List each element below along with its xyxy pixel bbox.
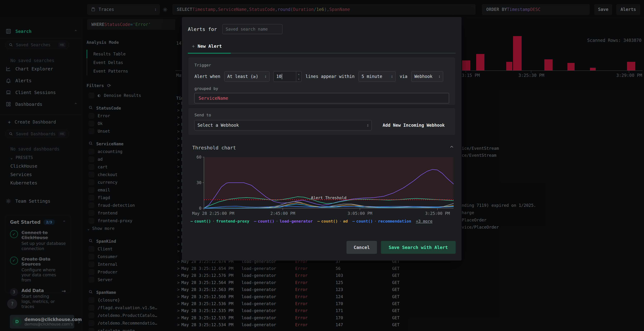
send-to-card: Send to Select a Webhook ▴▾ Add New Inco…: [188, 108, 455, 135]
cancel-button[interactable]: Cancel: [346, 241, 377, 254]
modal-title: Alerts for: [188, 26, 217, 32]
collapse-chart-chevron-icon[interactable]: [449, 145, 454, 150]
legend-swatch: —: [352, 219, 355, 223]
text-cursor: [282, 74, 282, 79]
alert-when-label: Alert when: [194, 74, 220, 79]
webhook-select[interactable]: Select a Webhook ▴▾: [194, 120, 372, 130]
chart-y-tick-label: 0: [199, 206, 202, 211]
legend-item-recommendation[interactable]: —count()·recommendation: [352, 219, 411, 223]
trigger-card: Trigger Alert when At least (≥) ▴▾ 10 ▴▾…: [188, 57, 455, 105]
legend-metric: count(): [258, 219, 274, 223]
threshold-value-input[interactable]: 10 ▴▾: [273, 71, 302, 82]
chart-x-tick-label: 3:05:00 PM: [348, 211, 372, 216]
legend-more-link[interactable]: +3 more: [416, 219, 432, 223]
legend-series-name: load-generator: [280, 219, 313, 223]
legend-swatch: —: [254, 219, 256, 223]
via-label: via: [400, 74, 407, 79]
legend-separator: ·: [276, 219, 278, 223]
legend-item-load-generator[interactable]: —count()·load-generator: [254, 219, 313, 223]
alert-modal: Alerts for Saved search name + New Alert…: [182, 17, 462, 261]
legend-metric: count(): [321, 219, 338, 223]
saved-search-name-input[interactable]: Saved search name: [222, 24, 282, 34]
trigger-section-label: Trigger: [194, 63, 449, 67]
chart-x-tick-label: 2:45:00 PM: [270, 211, 295, 216]
legend-item-frontend-proxy[interactable]: —count()·frontend-proxy: [190, 219, 249, 223]
legend-swatch: —: [317, 219, 320, 223]
app-root: HyperDX Search ⌃ Saved Searches ⌘K No sa…: [0, 0, 644, 331]
legend-swatch: —: [190, 219, 193, 223]
tab-new-alert[interactable]: + New Alert: [192, 43, 222, 49]
add-webhook-button[interactable]: Add New Incoming Webhook: [383, 123, 445, 128]
save-search-with-alert-button[interactable]: Save Search with Alert: [381, 241, 456, 254]
legend-series-name: ad: [343, 219, 348, 223]
number-stepper[interactable]: ▴▾: [296, 71, 302, 81]
lines-within-label: lines appear within: [306, 74, 355, 79]
window-select[interactable]: 5 minute ▴▾: [358, 71, 396, 82]
threshold-chart-title: Threshold chart: [192, 145, 236, 150]
legend-separator: ·: [339, 219, 342, 223]
channel-select[interactable]: Webhook ▴▾: [411, 71, 443, 82]
select-chevrons-icon: ▴▾: [367, 124, 368, 127]
select-chevrons-icon: ▴▾: [265, 75, 266, 78]
tab-underline-active: [188, 53, 231, 53]
legend-metric: count(): [356, 219, 373, 223]
grouped-by-label: grouped by: [194, 86, 449, 91]
select-chevrons-icon: ▴▾: [391, 75, 393, 78]
legend-series-name: recommendation: [378, 219, 411, 223]
chart-x-tick-label: May 28 2:25:00 PM: [192, 211, 234, 216]
threshold-chart: May 28 2:25:00 PM2:45:00 PM3:05:00 PM3:2…: [192, 156, 455, 215]
legend-item-ad[interactable]: —count()·ad: [317, 219, 348, 223]
chart-y-tick-label: 30: [196, 180, 202, 185]
chart-legend: —count()·frontend-proxy—count()·load-gen…: [190, 219, 432, 223]
chart-x-tick-label: 3:25:00 PM: [425, 211, 450, 216]
send-to-label: Send to: [194, 113, 449, 117]
chart-y-tick-label: 60: [196, 155, 202, 159]
legend-separator: ·: [212, 219, 215, 223]
select-chevrons-icon: ▴▾: [439, 75, 440, 78]
plus-icon: +: [192, 43, 195, 49]
new-alert-tab-label: New Alert: [198, 44, 222, 49]
legend-separator: ·: [374, 219, 376, 223]
condition-select[interactable]: At least (≥) ▴▾: [224, 71, 270, 82]
grouped-by-input[interactable]: ServiceName: [194, 93, 449, 103]
legend-metric: count(): [194, 219, 211, 223]
legend-series-name: frontend-proxy: [216, 219, 249, 223]
alert-threshold-label: Alert Threshold: [311, 196, 346, 200]
